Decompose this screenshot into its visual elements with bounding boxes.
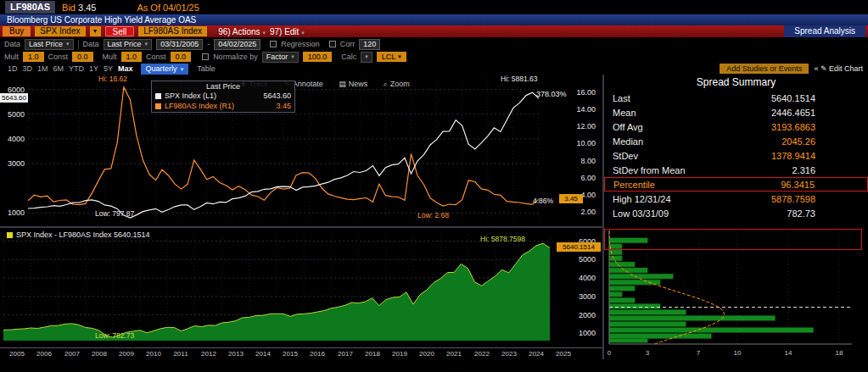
summary-row-last: Last5640.1514 xyxy=(604,91,868,105)
spread-last-axis-badge: 5640.1514 xyxy=(557,242,601,252)
mult-label-2: Mult xyxy=(103,53,117,61)
security-ticker[interactable]: LF980AS xyxy=(5,1,55,14)
main-chart-legend[interactable]: Last Price SPX Index (L1) 5643.60 LF980A… xyxy=(151,81,295,113)
edit-label: 97) Edit xyxy=(270,27,299,36)
zoom-label: Zoom xyxy=(390,80,410,88)
actions-menu[interactable]: 96) Actions ▾ xyxy=(218,27,266,36)
pencil-icon: ✎ xyxy=(820,64,827,73)
edit-menu[interactable]: 97) Edit ▾ xyxy=(270,27,305,36)
hist-bar xyxy=(609,291,622,297)
year-label: 2012 xyxy=(199,350,218,358)
summary-value: 2045.26 xyxy=(781,136,868,147)
frequency-selector[interactable]: Quarterly▾ xyxy=(141,64,189,75)
main-right-axis-label: 10.00 xyxy=(576,139,596,147)
chevron-down-icon: ▾ xyxy=(181,64,184,75)
date-to-input[interactable]: 04/02/2025 xyxy=(214,39,260,50)
buy-button[interactable]: Buy xyxy=(3,26,31,36)
zoom-button[interactable]: ⌕Zoom xyxy=(384,80,410,88)
summary-row-stdev: StDev1378.9414 xyxy=(604,148,868,163)
regression-checkbox[interactable] xyxy=(270,41,277,47)
year-label: 2024 xyxy=(527,350,546,358)
range-3d[interactable]: 3D xyxy=(20,64,36,73)
spx-low-annotation: Low: 797.87 xyxy=(95,209,134,218)
summary-row-percentile: Percentile96.3415 xyxy=(604,177,868,192)
bloomberg-terminal-window: LF980AS Bid 3.45 As Of 04/01/25 Bloomber… xyxy=(0,0,868,372)
spread-series-label: SPX Index - LF980AS Index 5640.1514 xyxy=(16,230,150,239)
regression-label: Regression xyxy=(281,40,320,48)
summary-value: 2.316 xyxy=(792,165,868,175)
hist-bar xyxy=(609,262,635,267)
spread-chart-legend[interactable]: SPX Index - LF980AS Index 5640.1514 xyxy=(7,230,150,239)
spread-right-axis-label: 3000 xyxy=(579,292,596,301)
main-right-axis-label: 16.00 xyxy=(576,88,596,97)
security-dropdown-icon[interactable]: ▾ xyxy=(90,26,101,36)
main-right-axis-label: 4.00 xyxy=(580,191,596,199)
factor-value-input[interactable]: 100.0 xyxy=(303,52,333,62)
field-selector-1[interactable]: Last Price▾ xyxy=(25,39,74,50)
main-right-axis-label: 8.00 xyxy=(580,157,596,165)
asof-label: As Of 04/01/25 xyxy=(137,3,199,13)
mult-input-1[interactable]: 1.0 xyxy=(23,52,44,62)
chevron-down-icon: ▾ xyxy=(398,52,401,62)
buy-security-field[interactable]: SPX Index xyxy=(35,26,85,36)
const-label-2: Const xyxy=(146,53,166,61)
mult-input-2[interactable]: 1.0 xyxy=(121,52,143,62)
main-right-axis-label: 6.00 xyxy=(580,174,596,182)
calc-selector[interactable]: ▾ xyxy=(361,52,372,63)
range-5y[interactable]: 5Y xyxy=(101,64,115,73)
main-right-axis-label: 2.00 xyxy=(580,208,596,216)
normalize-checkbox[interactable] xyxy=(202,53,209,60)
const-input-2[interactable]: 0.0 xyxy=(171,52,192,62)
range-max[interactable]: Max xyxy=(115,64,136,73)
spread-area-chart[interactable] xyxy=(0,229,604,347)
oas-pct-change: 4.86% xyxy=(533,197,553,205)
hist-bar xyxy=(609,303,660,308)
data-controls-row-1: Data Last Price▾ Data Last Price▾ 03/31/… xyxy=(0,37,604,51)
spread-area xyxy=(3,243,550,341)
chevron-down-icon: ▾ xyxy=(145,41,148,47)
chevron-down-icon: ▾ xyxy=(301,30,305,36)
actions-label: 96) Actions xyxy=(218,27,260,36)
data-label-2: Data xyxy=(83,40,99,48)
hist-bar xyxy=(609,286,635,291)
news-button[interactable]: ▤News xyxy=(339,80,367,88)
add-studies-button[interactable]: Add Studies or Events xyxy=(720,64,809,74)
edit-chart-button[interactable]: « ✎ Edit Chart xyxy=(814,64,863,73)
table-button[interactable]: Table xyxy=(193,64,219,73)
calc-label: Calc xyxy=(341,53,356,61)
summary-value: 96.3415 xyxy=(781,180,867,190)
year-label: 2008 xyxy=(90,350,109,358)
factor-selector[interactable]: Factor▾ xyxy=(262,52,299,63)
main-price-chart[interactable] xyxy=(0,75,604,229)
const-input-1[interactable]: 0.0 xyxy=(72,52,93,62)
year-label: 2017 xyxy=(336,350,355,358)
date-from-input[interactable]: 03/31/2005 xyxy=(156,39,203,50)
sell-security-field[interactable]: LF980AS Index xyxy=(138,26,207,36)
legend-row-oas: LF980AS Index (R1) 3.45 xyxy=(155,101,291,111)
hist-bar xyxy=(609,256,622,261)
spread-low-annotation: Low: 782.73 xyxy=(95,331,134,340)
lcl-selector[interactable]: LCL▾ xyxy=(377,52,406,62)
summary-value: 5878.7598 xyxy=(771,194,868,204)
range-1d[interactable]: 1D xyxy=(5,64,20,73)
field-selector-2-value: Last Price xyxy=(108,40,142,48)
range-1y[interactable]: 1Y xyxy=(87,64,101,73)
main-right-axis-label: 14.00 xyxy=(576,105,596,114)
frequency-value: Quarterly xyxy=(146,64,177,75)
spx-pct-change: 378.03% xyxy=(536,90,567,98)
factor-selector-value: Factor xyxy=(266,53,288,61)
action-bar: Buy SPX Index ▾ Sell LF980AS Index 96) A… xyxy=(0,25,868,37)
corr-window-input[interactable]: 120 xyxy=(359,39,380,50)
year-label: 2018 xyxy=(363,350,382,358)
chevron-down-icon: ▾ xyxy=(365,53,368,60)
field-selector-1-value: Last Price xyxy=(29,40,63,48)
corr-checkbox[interactable] xyxy=(329,41,336,47)
edit-chart-label: Edit Chart xyxy=(829,64,863,73)
range-1m[interactable]: 1M xyxy=(35,64,51,73)
range-6m[interactable]: 6M xyxy=(51,64,67,73)
range-ytd[interactable]: YTD xyxy=(66,64,87,73)
sell-button[interactable]: Sell xyxy=(105,26,135,36)
spx-series-label: SPX Index (L1) xyxy=(165,92,216,100)
field-selector-2[interactable]: Last Price▾ xyxy=(104,39,153,50)
year-label: 2023 xyxy=(500,350,518,358)
